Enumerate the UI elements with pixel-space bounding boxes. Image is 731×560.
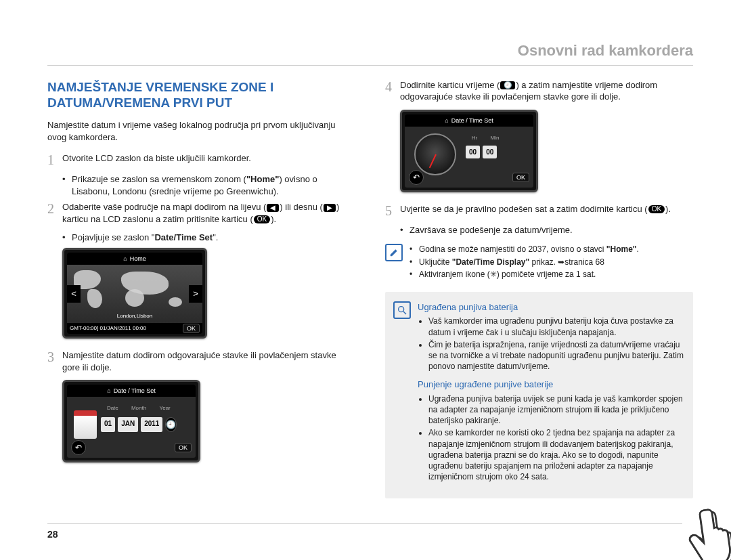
step-2: 2 Odaberite vaše područje na mapi dodiro…	[47, 201, 355, 225]
right-chip-icon: ▶	[324, 204, 336, 212]
step-1: 1 Otvorite LCD zaslon da biste uključili…	[47, 152, 355, 167]
note-icon	[385, 244, 403, 261]
ok-chip-icon: OK	[648, 205, 665, 213]
step-text: Otvorite LCD zaslon da biste uključili k…	[62, 152, 355, 167]
lcd-home-screenshot: ⌂Home < > London,Lisbon GMT-00:0	[62, 248, 207, 339]
step-5: 5 Uvjerite se da je pravilno podešen sat…	[385, 203, 693, 217]
left-chip-icon: ◀	[267, 204, 279, 212]
svg-line-1	[403, 311, 406, 314]
step-4: 4 Dodirnite karticu vrijeme (🕘) a zatim …	[385, 79, 693, 103]
page-header: Osnovni rad kamkordera	[47, 41, 693, 66]
calendar-icon	[74, 410, 97, 439]
step-1-sub: • Prikazuje se zaslon sa vremenskom zono…	[62, 173, 355, 197]
date-month[interactable]: JAN	[118, 417, 138, 432]
step-number: 5	[385, 203, 400, 217]
svg-point-0	[399, 307, 404, 312]
info-heading-2: Punjenje ugrađene punjive baterije	[418, 379, 684, 391]
time-min[interactable]: 00	[483, 146, 497, 159]
ok-button[interactable]: OK	[512, 173, 529, 182]
info-item: Ugrađena punjiva baterija uvijek se puni…	[428, 393, 684, 427]
clock-chip-icon: 🕘	[500, 81, 515, 89]
touch-hand-icon	[680, 499, 731, 560]
map-right-button[interactable]: >	[189, 285, 202, 303]
sun-icon: ✳	[490, 270, 497, 279]
manual-page: Osnovni rad kamkordera NAMJEŠTANJE VREME…	[0, 0, 731, 560]
ok-chip-icon: OK	[254, 215, 270, 223]
info-item: Ako se kamkorder ne koristi oko 2 tjedna…	[428, 427, 684, 482]
ok-button[interactable]: OK	[175, 443, 192, 452]
step-2-sub: • Pojavljuje se zaslon "Date/Time Set".	[62, 232, 355, 244]
city-label: London,Lisbon	[67, 313, 202, 320]
step-number: 3	[47, 349, 62, 373]
touch-hand-icon	[680, 499, 731, 560]
date-day[interactable]: 01	[101, 417, 115, 432]
info-box: Ugrađena punjiva baterija Vaš kamkorder …	[385, 292, 693, 499]
back-button[interactable]: ↶	[409, 170, 424, 185]
step-number: 1	[47, 152, 62, 167]
step-number: 2	[47, 201, 62, 225]
touch-hand-icon	[683, 501, 731, 560]
time-toggle-icon[interactable]: 🕘	[165, 417, 177, 432]
back-button[interactable]: ↶	[71, 440, 86, 455]
map-left-button[interactable]: <	[67, 285, 81, 303]
step-number: 4	[385, 79, 400, 103]
ok-button[interactable]: OK	[183, 324, 200, 333]
date-year[interactable]: 2011	[141, 417, 162, 432]
step-3: 3 Namjestite datum dodirom odgovarajuće …	[47, 349, 355, 373]
step-5-sub: • Završava se podešenje za datum/vrijeme…	[400, 224, 693, 236]
left-column: NAMJEŠTANJE VREMENSKE ZONE I DATUMA/VREM…	[47, 79, 355, 499]
magnifier-icon	[393, 301, 411, 319]
lcd-time-screenshot: ⌂Date / Time Set Hr Min 00 00 ↶ OK	[400, 110, 538, 192]
time-hr[interactable]: 00	[466, 146, 480, 159]
intro-text: Namjestite datum i vrijeme vašeg lokalno…	[47, 119, 355, 143]
tip-block: •Godina se može namjestiti do 2037, ovis…	[385, 244, 693, 281]
info-item: Čim je baterija ispražnjena, ranije vrij…	[428, 339, 684, 372]
section-title: NAMJEŠTANJE VREMENSKE ZONE I DATUMA/VREM…	[47, 79, 355, 112]
right-column: 4 Dodirnite karticu vrijeme (🕘) a zatim …	[385, 79, 693, 499]
step-text: Namjestite datum dodirom odgovarajuće st…	[62, 349, 355, 373]
analog-clock-icon	[414, 133, 456, 175]
lcd-date-screenshot: ⌂Date / Time Set Date Month Year 01 JAN …	[62, 380, 200, 462]
page-number: 28	[47, 523, 682, 541]
info-heading-1: Ugrađena punjiva baterija	[418, 301, 684, 314]
info-item: Vaš kamkorder ima ugrađenu punjivu bater…	[428, 316, 684, 337]
